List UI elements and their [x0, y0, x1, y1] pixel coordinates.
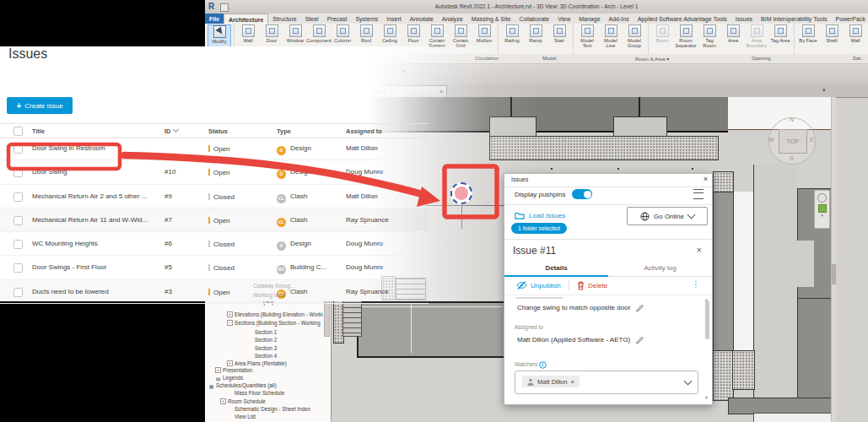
unpublish-button[interactable]: Unpublish	[516, 281, 561, 289]
watchers-dropdown[interactable]: Matt Dillon ×	[515, 371, 698, 394]
ribbon-tab[interactable]: Architecture	[224, 14, 268, 24]
project-browser-item[interactable]: Schematic Design - Sheet Index	[227, 405, 310, 412]
issue-pushpin[interactable]	[450, 182, 472, 204]
properties-pin-icon[interactable]: ▾	[822, 87, 826, 94]
ribbon-tool-button[interactable]: Wall	[844, 24, 866, 54]
project-browser-item[interactable]: Area Plans (Rentable)	[227, 360, 287, 366]
ribbon-tab[interactable]: Applied Software Advantage Tools	[633, 14, 731, 24]
delete-button[interactable]: Delete	[577, 281, 607, 290]
row-checkbox[interactable]	[13, 144, 23, 154]
tab-details[interactable]: Details	[504, 264, 608, 272]
info-icon[interactable]	[539, 361, 547, 369]
row-checkbox[interactable]	[13, 168, 23, 177]
ribbon-tab[interactable]: Structure	[268, 14, 300, 24]
issue-row[interactable]: Mechanical Return Air 2 and 5 other ... …	[0, 185, 429, 208]
navbar-chevron-icon[interactable]: ▾	[815, 213, 829, 218]
go-online-dropdown[interactable]: Go Online	[627, 207, 708, 225]
col-title[interactable]: Title	[32, 127, 45, 135]
ribbon-group-label[interactable]: Dat...	[853, 56, 865, 61]
pencil-icon[interactable]	[635, 335, 644, 344]
ribbon-tab[interactable]: PowerPack	[832, 14, 868, 24]
create-issue-button[interactable]: + Create Issue	[7, 97, 73, 114]
ribbon-tab[interactable]: Issues	[731, 14, 757, 24]
project-browser-item[interactable]: View List	[227, 413, 256, 419]
issue-row[interactable]: Door Swings - First Floor #5 Closed BCBu…	[0, 256, 429, 279]
ribbon-tool-button[interactable]: Area	[722, 24, 744, 54]
watcher-chip[interactable]: Matt Dillon ×	[522, 376, 580, 387]
tree-expand-icon[interactable]	[227, 414, 233, 419]
tree-expand-icon[interactable]	[227, 406, 233, 412]
ribbon-tab[interactable]: Systems	[351, 14, 382, 24]
dialog-close-icon[interactable]: ×	[704, 175, 708, 183]
viewcube-top-face[interactable]: TOP	[779, 129, 807, 154]
issue-title[interactable]: Ducts need to be lowered	[32, 288, 159, 295]
issue-title[interactable]: Door Swing	[32, 168, 159, 176]
ribbon-tool-button[interactable]: By Face	[797, 24, 819, 54]
project-browser-item[interactable]: Mass Floor Schedule	[227, 389, 284, 396]
col-assigned[interactable]: Assigned to	[346, 127, 382, 135]
project-browser-item[interactable]: Section 4	[247, 352, 277, 359]
issue-row[interactable]: Door Swing in Restroom Open DDesign Matt…	[0, 137, 429, 160]
pushpins-toggle[interactable]	[572, 189, 592, 199]
issue-row[interactable]: Mechanical Return Air 11 and W-Wid... #7…	[0, 208, 429, 232]
tree-expand-icon[interactable]	[208, 384, 214, 390]
ribbon-tool-button[interactable]: Model Group	[623, 24, 645, 54]
ribbon-tool-button[interactable]: Shaft	[821, 24, 843, 54]
project-browser-item[interactable]: Room Schedule	[220, 398, 266, 404]
ribbon-group-label[interactable]: Room & Area ▾	[635, 56, 669, 62]
ribbon-tab[interactable]: Add-Ins	[605, 14, 633, 24]
issue-title-field[interactable]: Change swing to match opposite door	[517, 303, 644, 311]
ribbon-tab[interactable]: Massing & Site	[467, 14, 515, 24]
project-browser-item[interactable]: Schedules/Quantities (all)	[208, 382, 277, 389]
dialog-scrollbar[interactable]	[705, 300, 709, 339]
ribbon-tool-button[interactable]: Stair	[548, 24, 570, 54]
issue-title[interactable]: Door Swing in Restroom	[32, 144, 159, 152]
ribbon-group-label[interactable]: Model	[542, 56, 556, 61]
tree-expand-icon[interactable]	[247, 353, 253, 359]
tree-expand-icon[interactable]	[247, 337, 253, 343]
project-browser-item[interactable]: Sections (Building Section - Working	[227, 319, 321, 326]
project-browser-item[interactable]: Presentation	[215, 366, 252, 373]
tree-expand-icon[interactable]	[227, 320, 233, 326]
ribbon-tool-button[interactable]: Model Line	[600, 24, 622, 54]
menu-icon[interactable]	[693, 189, 704, 199]
ribbon-tool-button[interactable]: Area Boundary	[746, 24, 768, 54]
tree-expand-icon[interactable]	[227, 390, 233, 396]
remove-watcher-icon[interactable]: ×	[570, 378, 574, 386]
row-checkbox[interactable]	[13, 192, 23, 202]
tree-expand-icon[interactable]	[220, 398, 226, 404]
zoom-tool-icon[interactable]	[818, 204, 827, 213]
ribbon-tab[interactable]: Insert	[382, 14, 406, 24]
row-checkbox[interactable]	[13, 288, 23, 297]
ribbon-tool-button[interactable]: Model Text	[576, 24, 598, 54]
issue-row[interactable]: Door Swing #10 Open DDesign Doug Munro	[0, 160, 429, 184]
ribbon-tab[interactable]: File	[205, 14, 224, 24]
col-id[interactable]: ID	[164, 127, 178, 135]
ribbon-tool-button[interactable]: Room	[651, 24, 673, 54]
ribbon-tab[interactable]: BIM Interoperability Tools	[757, 14, 831, 24]
issue-close-icon[interactable]: ×	[697, 245, 702, 255]
steering-wheel-icon[interactable]	[817, 193, 827, 203]
col-type[interactable]: Type	[277, 127, 291, 135]
assignee-field[interactable]: Matt Dillon (Applied Software - AETG)	[517, 335, 644, 344]
issue-title[interactable]: Mechanical Return Air 11 and W-Wid...	[32, 216, 159, 224]
viewcube[interactable]: N W S E TOP	[768, 117, 816, 165]
tree-expand-icon[interactable]	[215, 376, 221, 382]
ribbon-tab[interactable]: Precast	[323, 14, 352, 24]
project-browser-item[interactable]: Elevations (Building Elevation - Worki	[227, 311, 323, 317]
tree-expand-icon[interactable]	[215, 367, 221, 373]
scroll-down-icon[interactable]: ▼	[704, 395, 709, 400]
project-browser-item[interactable]: Legends	[215, 375, 243, 381]
ribbon-tab[interactable]: Annotate	[406, 14, 438, 24]
ribbon-tab[interactable]: Manage	[574, 14, 604, 24]
tree-expand-icon[interactable]	[227, 360, 233, 366]
ribbon-tab[interactable]: Steel	[301, 14, 323, 24]
select-all-checkbox[interactable]	[13, 127, 23, 136]
ribbon-tab[interactable]: Analyze	[438, 14, 467, 24]
ribbon-group-label[interactable]: Opening	[752, 56, 771, 61]
issue-title[interactable]: WC Mounting Heights	[32, 240, 159, 247]
issue-row[interactable]: Ducts need to be lowered #3 Open CLClash…	[0, 280, 429, 304]
issue-title[interactable]: Door Swings - First Floor	[32, 263, 159, 271]
project-browser-item[interactable]: Section 2	[247, 336, 277, 343]
load-issues-button[interactable]: Load Issues	[515, 211, 565, 219]
